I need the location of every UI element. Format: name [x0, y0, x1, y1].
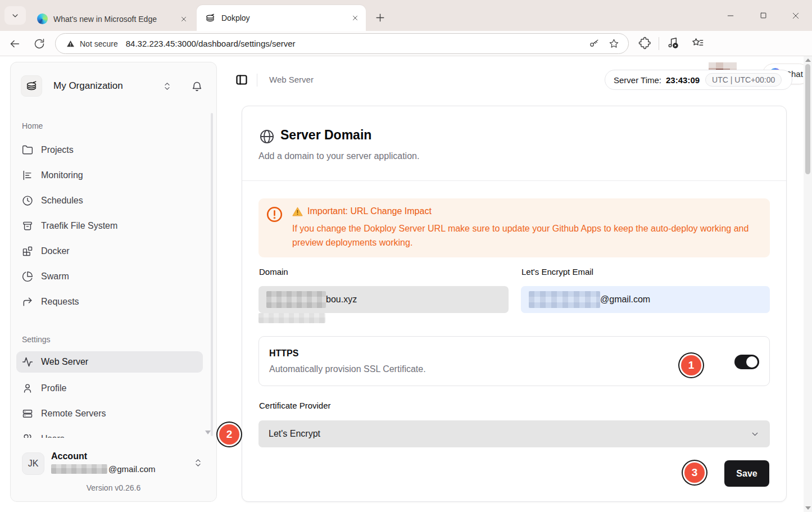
lets-encrypt-email-input[interactable]: @gmail.com — [521, 286, 770, 313]
chevron-down-icon — [11, 11, 20, 20]
minimize-button[interactable] — [714, 0, 747, 31]
warning-body: If you change the Dokploy Server URL mak… — [292, 221, 753, 250]
sidebar-item-label: Swarm — [41, 271, 69, 282]
window-controls — [714, 0, 812, 31]
archive-icon — [22, 220, 33, 232]
folder-icon — [22, 144, 33, 156]
sidebar-item-label: Web Server — [41, 357, 88, 367]
sidebar-item-label: Schedules — [41, 196, 83, 206]
sidebar-item-label: Traefik File System — [41, 221, 117, 231]
blurred-domain-overflow — [258, 313, 325, 323]
password-key-icon[interactable] — [589, 38, 600, 49]
annotation-badge-2: 2 — [219, 424, 239, 445]
domain-visible-text: bou.xyz — [326, 294, 357, 305]
sidebar-toggle-button[interactable] — [235, 73, 248, 87]
blurred-domain-prefix — [266, 291, 326, 308]
sidebar-item-label: Requests — [41, 297, 79, 307]
server-icon — [22, 408, 33, 419]
chart-bars-icon — [22, 170, 33, 181]
sidebar-scrollbar[interactable] — [211, 113, 213, 436]
favorite-star-icon[interactable] — [609, 38, 619, 49]
certificate-provider-select[interactable]: Let's Encrypt — [258, 420, 770, 447]
new-tab-button[interactable] — [371, 8, 389, 26]
maximize-icon — [759, 11, 768, 20]
scrollbar-down-arrow-icon[interactable] — [805, 506, 811, 510]
sidebar-item-swarm[interactable]: Swarm — [22, 264, 202, 289]
org-name: My Organization — [53, 80, 162, 92]
warning-title: Important: URL Change Impact — [307, 206, 432, 216]
tab-dokploy[interactable]: Dokploy — [197, 5, 366, 31]
account-chevrons-icon[interactable] — [193, 458, 203, 468]
sidebar-item-monitoring[interactable]: Monitoring — [22, 162, 202, 188]
media-controls-button[interactable] — [666, 37, 679, 52]
https-toggle[interactable] — [734, 355, 759, 369]
address-bar[interactable]: Not secure 84.32.223.45:3000/dashboard/s… — [55, 33, 629, 54]
plus-icon — [375, 12, 385, 23]
tab-close-icon[interactable] — [351, 14, 359, 22]
notifications-bell-icon[interactable] — [191, 80, 203, 92]
back-arrow-icon — [8, 38, 21, 50]
annotation-badge-3: 3 — [684, 463, 705, 483]
not-secure-warning-icon — [66, 40, 75, 48]
lets-encrypt-email-label: Let's Encrypt Email — [521, 267, 593, 277]
sidebar-item-profile[interactable]: Profile — [22, 375, 202, 401]
back-button[interactable] — [7, 36, 22, 52]
tab-search-button[interactable] — [4, 6, 26, 25]
tab-title: What's new in Microsoft Edge — [53, 15, 174, 24]
card-divider — [242, 180, 786, 181]
section-label-home: Home — [22, 121, 43, 130]
refresh-button[interactable] — [31, 36, 47, 52]
badge-number: 3 — [692, 466, 698, 479]
sidebar-item-schedules[interactable]: Schedules — [22, 188, 202, 213]
header-divider — [257, 74, 257, 87]
sidebar-item-remote-servers[interactable]: Remote Servers — [22, 401, 202, 426]
tab-close-icon[interactable] — [180, 15, 188, 23]
security-label: Not secure — [80, 39, 118, 48]
sidebar-item-label: Remote Servers — [41, 409, 106, 419]
maximize-button[interactable] — [747, 0, 779, 31]
sidebar-item-requests[interactable]: Requests — [22, 289, 202, 314]
scrollbar-thumb[interactable] — [805, 64, 810, 174]
save-button[interactable]: Save — [724, 460, 769, 487]
domain-input[interactable]: bou.xyz — [258, 286, 509, 313]
sidebar-item-label: Projects — [41, 145, 74, 155]
sidebar-item-projects[interactable]: Projects — [22, 137, 202, 162]
section-label-settings: Settings — [22, 335, 51, 344]
page-scrollbar[interactable] — [804, 56, 812, 512]
breadcrumb: Web Server — [269, 75, 314, 84]
warning-triangle-icon — [292, 207, 303, 216]
sidebar: My Organization Home Projects Monitoring… — [10, 62, 217, 502]
https-description: Automatically provision SSL Certificate. — [269, 364, 426, 374]
server-time-label: Server Time: — [614, 75, 661, 85]
sidebar-item-web-server[interactable]: Web Server — [16, 351, 203, 373]
blurred-email-prefix — [51, 464, 107, 474]
url-change-warning: Important: URL Change Impact If you chan… — [258, 198, 770, 257]
sidebar-item-traefik-file-system[interactable]: Traefik File System — [22, 213, 202, 238]
panel-left-icon — [235, 73, 248, 87]
extensions-button[interactable] — [638, 37, 651, 49]
tab-title: Dokploy — [221, 13, 346, 22]
toolbar-divider — [659, 37, 659, 50]
https-label: HTTPS — [269, 348, 298, 359]
close-window-button[interactable] — [779, 0, 812, 31]
sidebar-item-label: Monitoring — [41, 170, 83, 180]
timezone-badge[interactable]: UTC | UTC+00:00 — [705, 73, 782, 87]
account-avatar[interactable]: JK — [22, 452, 44, 475]
avatar-initials: JK — [28, 459, 39, 469]
org-switcher[interactable]: My Organization — [21, 74, 208, 98]
edge-favicon-icon — [37, 13, 48, 24]
scrollbar-up-arrow-icon[interactable] — [805, 58, 811, 62]
sidebar-item-docker[interactable]: Docker — [22, 238, 202, 264]
account-title: Account — [51, 451, 87, 461]
collections-button[interactable] — [691, 37, 704, 49]
blocks-icon — [22, 246, 33, 257]
email-domain-text: @gmail.com — [108, 464, 156, 474]
email-visible-text: @gmail.com — [600, 294, 650, 305]
media-note-icon — [666, 37, 679, 49]
sidebar-item-label: Profile — [41, 383, 66, 393]
chevron-down-icon — [750, 429, 760, 439]
browser-window: What's new in Microsoft Edge Dokploy — [0, 0, 812, 512]
minimize-icon — [726, 11, 735, 20]
tab-whats-new[interactable]: What's new in Microsoft Edge — [29, 7, 194, 31]
dokploy-favicon-icon — [205, 12, 216, 24]
